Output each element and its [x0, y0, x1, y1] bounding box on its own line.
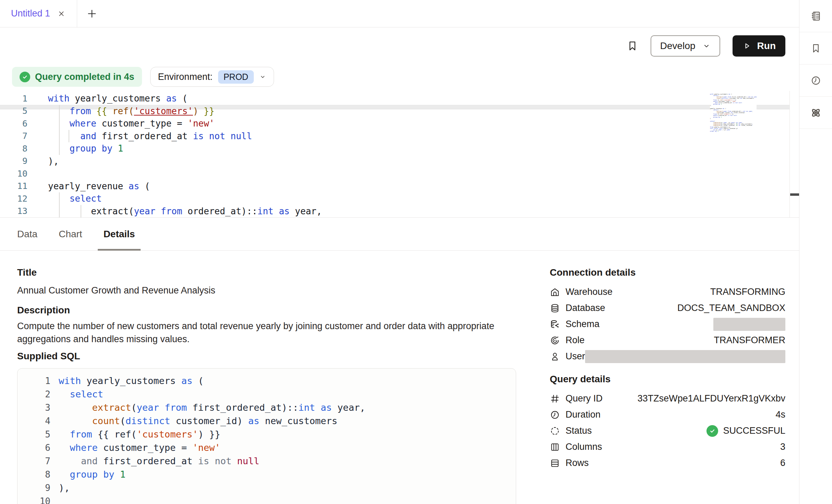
sql-line: 2 select: [17, 387, 516, 401]
plus-icon: [86, 8, 97, 19]
code-text: from {{ ref('customers') }}: [48, 106, 214, 116]
duration-row: Duration4s: [550, 407, 785, 423]
play-icon: [742, 41, 752, 51]
kv-label: Warehouse: [566, 287, 613, 297]
code-text: with yearly_customers as (: [59, 375, 204, 386]
sql-line: 8 group by 1: [17, 468, 516, 481]
code-line[interactable]: 8 group by 1: [0, 142, 789, 155]
bookmark-icon: [810, 43, 821, 54]
code-text: and first_ordered_at is not null: [48, 131, 252, 141]
user-icon: [550, 351, 560, 362]
environment-dropdown[interactable]: Environment: PROD: [150, 67, 274, 87]
environment-label: Environment:: [158, 72, 213, 82]
code-line[interactable]: 7 and first_ordered_at is not null: [0, 130, 789, 143]
code-line[interactable]: 6 where customer_type = 'new': [0, 117, 789, 130]
code-text: count(distinct customer_id) as new_custo…: [59, 416, 337, 426]
code-text: select: [59, 389, 103, 399]
description-value: Compute the number of new customers and …: [17, 320, 497, 346]
result-tab-details[interactable]: Details: [104, 218, 135, 250]
sql-line: 1with yearly_customers as (: [17, 374, 516, 387]
status-pending-icon: [550, 426, 560, 436]
code-line[interactable]: 11yearly_revenue as (: [0, 180, 789, 193]
code-line[interactable]: 12 select: [0, 192, 789, 205]
right-icon-sidebar: [799, 0, 832, 504]
title-value: Annual Customer Growth and Revenue Analy…: [17, 284, 516, 297]
details-panel: Title Annual Customer Growth and Revenue…: [0, 251, 799, 504]
line-number: 13: [0, 206, 27, 216]
bookmark-icon[interactable]: [627, 40, 638, 52]
sidebar-button-bookmark[interactable]: [799, 32, 832, 64]
kv-value: TRANSFORMING: [710, 287, 785, 297]
description-heading: Description: [17, 304, 516, 316]
query-details-heading: Query details: [550, 373, 785, 385]
code-text: yearly_revenue as (: [48, 181, 150, 191]
kv-value: 6: [780, 458, 785, 468]
code-text: where customer_type = 'new': [59, 442, 220, 453]
sql-line: 5 from {{ ref('customers') }}: [17, 428, 516, 441]
line-number: 1: [17, 376, 50, 386]
sidebar-button-history-clock[interactable]: [799, 64, 832, 97]
kv-label: Status: [566, 425, 592, 436]
kv-label: Duration: [566, 409, 601, 420]
status-row: Query completed in 4s Environment: PROD: [12, 67, 274, 87]
close-icon[interactable]: [57, 9, 66, 18]
editor-scrollbar-thumb[interactable]: [790, 193, 799, 196]
dbt-knot-icon: [810, 107, 822, 119]
new-tab-button[interactable]: [77, 0, 107, 27]
main-area: Untitled 1 Develop Run: [0, 0, 799, 504]
develop-label: Develop: [660, 40, 696, 51]
editor-scrollbar[interactable]: [789, 91, 799, 217]
file-tab-untitled-1[interactable]: Untitled 1: [0, 0, 77, 27]
schema-icon: [550, 319, 560, 329]
file-tab-bar: Untitled 1: [0, 0, 799, 27]
code-line[interactable]: 9),: [0, 155, 789, 168]
line-number: 11: [0, 181, 27, 191]
line-number: 8: [17, 469, 50, 480]
line-number: 4: [17, 416, 50, 426]
run-label: Run: [757, 40, 776, 51]
sql-editor[interactable]: 1with yearly_customers as (5 from {{ ref…: [0, 91, 789, 217]
code-text: ),: [48, 156, 59, 166]
rows-icon: [550, 458, 560, 468]
result-tab-data[interactable]: Data: [17, 218, 37, 250]
redacted-value: [585, 350, 785, 363]
kv-label: Database: [566, 303, 605, 313]
kv-label: Role: [566, 335, 585, 346]
code-line[interactable]: 1with yearly_customers as (: [0, 92, 789, 105]
code-text: ),: [59, 482, 70, 493]
kv-label: User: [566, 351, 585, 362]
supplied-sql-heading: Supplied SQL: [17, 350, 516, 362]
sidebar-button-notebook[interactable]: [799, 0, 832, 32]
code-line[interactable]: 10: [0, 167, 789, 180]
result-tab-bar: DataChartDetails: [0, 217, 799, 251]
line-number: 5: [17, 429, 50, 440]
code-text: group by 1: [48, 143, 123, 154]
status-row: StatusSUCCESSFUL: [550, 423, 785, 439]
editor-minimap[interactable]: with yearly_customers as ( select extrac…: [710, 94, 757, 135]
code-text: and first_ordered_at is not null: [59, 456, 259, 466]
kv-label: Query ID: [566, 393, 603, 404]
code-text: where customer_type = 'new': [48, 118, 214, 129]
rows-row: Rows6: [550, 455, 785, 471]
supplied-sql-block: 1with yearly_customers as (2 select3 ext…: [17, 368, 516, 504]
code-line[interactable]: 5 from {{ ref('customers') }}: [0, 105, 789, 118]
line-number: 1: [0, 94, 27, 104]
sql-line: 7 and first_ordered_at is not null: [17, 454, 516, 468]
title-heading: Title: [17, 267, 516, 278]
run-button[interactable]: Run: [733, 35, 785, 57]
warehouse-icon: [550, 287, 560, 297]
sidebar-button-dbt-knot[interactable]: [799, 97, 832, 129]
kv-label: Rows: [566, 458, 589, 468]
check-icon: [20, 72, 30, 82]
code-line[interactable]: 13 extract(year from ordered_at)::int as…: [0, 205, 789, 218]
code-text: extract(year from first_ordered_at)::int…: [59, 402, 365, 413]
schema-row: Schema: [550, 316, 785, 332]
kv-value: 33TZseWpe1ALFDUYerxR1gVKxbv: [638, 393, 785, 404]
kv-value: TRANSFORMER: [714, 335, 786, 346]
code-text: with yearly_customers as (: [48, 93, 188, 104]
query-status-pill: Query completed in 4s: [12, 67, 142, 87]
status-badge: SUCCESSFUL: [706, 425, 785, 437]
develop-dropdown[interactable]: Develop: [651, 35, 720, 57]
result-tab-chart[interactable]: Chart: [59, 218, 82, 250]
chevron-down-icon: [702, 42, 711, 50]
